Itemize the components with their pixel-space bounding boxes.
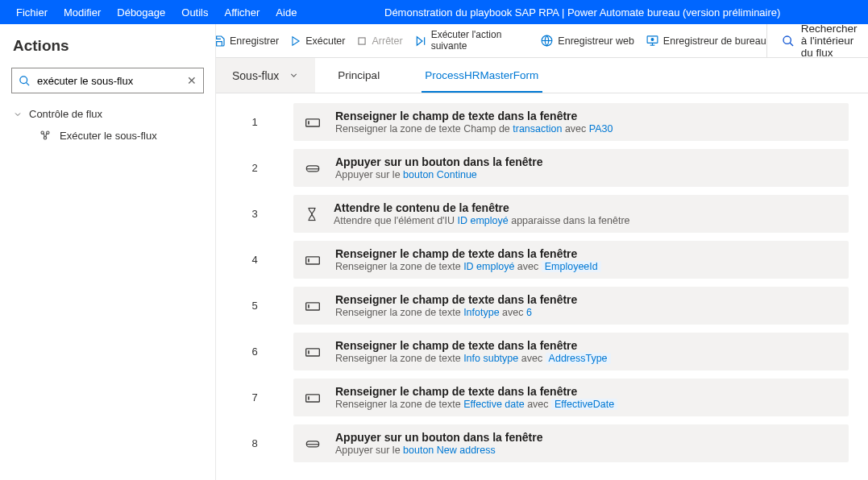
populate-icon (305, 391, 321, 405)
step-text: Attendre le contenu de la fenêtreAttendr… (334, 201, 837, 226)
flow-search[interactable]: Rechercher à l'intérieur du flux (766, 24, 862, 57)
tree-item-label: Exécuter le sous-flux (60, 130, 157, 142)
step-row[interactable]: 1Renseigner le champ de texte dans la fe… (216, 103, 849, 141)
step-description: Renseigner la zone de texte Champ de tra… (335, 123, 837, 134)
populate-icon (305, 345, 321, 359)
tab-process-label: ProcessHRMasterForm (425, 69, 538, 81)
svg-point-15 (783, 36, 791, 43)
run-label: Exécuter (305, 35, 345, 47)
step-text: Renseigner le champ de texte dans la fen… (335, 293, 837, 318)
run-button[interactable]: Exécuter (290, 35, 345, 47)
menu-view[interactable]: Afficher (217, 6, 268, 19)
step-row[interactable]: 2Appuyer sur un bouton dans la fenêtreAp… (216, 149, 849, 187)
web-recorder-button[interactable]: Enregistreur web (540, 34, 634, 48)
svg-rect-26 (306, 394, 320, 401)
step-description: Attendre que l'élément d'IU ID employé a… (334, 215, 837, 226)
svg-marker-7 (417, 36, 422, 45)
svg-rect-20 (306, 256, 320, 263)
step-card[interactable]: Renseigner le champ de texte dans la fen… (293, 333, 849, 370)
step-title: Renseigner le champ de texte dans la fen… (335, 293, 837, 306)
step-title: Renseigner le champ de texte dans la fen… (335, 385, 837, 398)
clear-icon[interactable]: ✕ (187, 74, 197, 87)
step-row[interactable]: 5Renseigner le champ de texte dans la fe… (216, 287, 849, 325)
step-row[interactable]: 3Attendre le contenu de la fenêtreAttend… (216, 195, 849, 233)
run-next-l1: Exécuter l'action (431, 30, 502, 40)
menu-edit[interactable]: Modifier (56, 6, 109, 19)
populate-icon (305, 299, 321, 313)
step-title: Renseigner le champ de texte dans la fen… (335, 339, 837, 352)
web-recorder-label: Enregistreur web (558, 35, 634, 47)
actions-search[interactable]: ✕ (11, 68, 204, 93)
run-next-button[interactable]: Exécuter l'action suivante (414, 30, 502, 51)
tab-main-label: Principal (338, 69, 380, 81)
step-number: 4 (216, 241, 293, 279)
desktop-recorder-button[interactable]: Enregistreur de bureau (646, 34, 766, 48)
menu-help[interactable]: Aide (268, 6, 305, 19)
subflow-icon (39, 129, 52, 142)
step-text: Renseigner le champ de texte dans la fen… (335, 110, 837, 134)
step-card[interactable]: Appuyer sur un bouton dans la fenêtreApp… (293, 149, 849, 187)
svg-line-16 (790, 43, 793, 46)
step-title: Renseigner le champ de texte dans la fen… (335, 110, 837, 122)
search-icon (19, 75, 31, 87)
step-row[interactable]: 6Renseigner le champ de texte dans la fe… (216, 333, 849, 370)
tree-group-label: Contrôle de flux (29, 108, 102, 120)
run-next-l2: suivante (431, 41, 502, 52)
step-card[interactable]: Renseigner le champ de texte dans la fen… (293, 379, 849, 416)
step-card[interactable]: Renseigner le champ de texte dans la fen… (293, 103, 849, 141)
tree-item-run-subflow[interactable]: Exécuter le sous-flux (0, 125, 215, 146)
toolbar: Enregistrer Exécuter Arrêter (216, 24, 868, 58)
save-button[interactable]: Enregistrer (216, 35, 279, 48)
step-text: Renseigner le champ de texte dans la fen… (335, 385, 837, 410)
step-number: 6 (216, 333, 293, 370)
step-title: Appuyer sur un bouton dans la fenêtre (335, 431, 837, 444)
step-text: Renseigner le champ de texte dans la fen… (335, 247, 837, 272)
stop-button[interactable]: Arrêter (356, 35, 402, 47)
step-number: 7 (216, 379, 293, 416)
step-card[interactable]: Renseigner le champ de texte dans la fen… (293, 287, 849, 325)
menu-file[interactable]: Fichier (8, 6, 56, 19)
subflows-label: Sous-flux (232, 69, 279, 82)
step-number: 5 (216, 287, 293, 325)
step-card[interactable]: Appuyer sur un bouton dans la fenêtreApp… (293, 424, 849, 462)
save-icon (216, 35, 226, 48)
step-icon (414, 35, 427, 48)
svg-rect-22 (306, 302, 320, 309)
tab-process-hr[interactable]: ProcessHRMasterForm (402, 58, 561, 93)
step-text: Renseigner le champ de texte dans la fen… (335, 339, 837, 364)
svg-point-14 (651, 39, 654, 41)
step-text: Appuyer sur un bouton dans la fenêtreApp… (335, 431, 837, 456)
step-row[interactable]: 8Appuyer sur un bouton dans la fenêtreAp… (216, 424, 849, 462)
window-title: Démonstration du playbook SAP RPA | Powe… (305, 6, 860, 19)
step-number: 3 (216, 195, 293, 233)
step-row[interactable]: 4Renseigner le champ de texte dans la fe… (216, 241, 849, 279)
tab-main[interactable]: Principal (315, 58, 402, 93)
populate-icon (305, 115, 321, 130)
tree-group-flow-control[interactable]: Contrôle de flux (0, 103, 215, 125)
svg-point-4 (44, 137, 46, 139)
step-number: 8 (216, 424, 293, 462)
step-text: Appuyer sur un bouton dans la fenêtreApp… (335, 155, 837, 180)
svg-line-1 (26, 82, 29, 85)
save-label: Enregistrer (230, 35, 279, 47)
flow-search-label: Rechercher à l'intérieur du flux (801, 24, 862, 59)
step-description: Renseigner la zone de texte Effective da… (335, 399, 837, 410)
svg-rect-6 (359, 37, 365, 43)
svg-rect-24 (306, 348, 320, 355)
tabs: Sous-flux Principal ProcessHRMasterForm (216, 58, 868, 93)
step-description: Appuyer sur le bouton New address (335, 445, 837, 456)
monitor-icon (646, 34, 659, 48)
step-card[interactable]: Renseigner le champ de texte dans la fen… (293, 241, 849, 279)
step-description: Renseigner la zone de texte ID employé a… (335, 261, 837, 272)
subflows-dropdown[interactable]: Sous-flux (216, 58, 315, 93)
actions-title: Actions (0, 24, 215, 63)
step-number: 1 (216, 103, 293, 141)
menu-tools[interactable]: Outils (173, 6, 216, 19)
step-title: Renseigner le champ de texte dans la fen… (335, 247, 837, 260)
svg-point-0 (20, 76, 27, 83)
actions-search-input[interactable] (37, 75, 181, 87)
step-row[interactable]: 7Renseigner le champ de texte dans la fe… (216, 379, 849, 416)
step-card[interactable]: Attendre le contenu de la fenêtreAttendr… (293, 195, 849, 233)
menu-debug[interactable]: Débogage (109, 6, 173, 19)
step-title: Attendre le contenu de la fenêtre (334, 201, 837, 214)
